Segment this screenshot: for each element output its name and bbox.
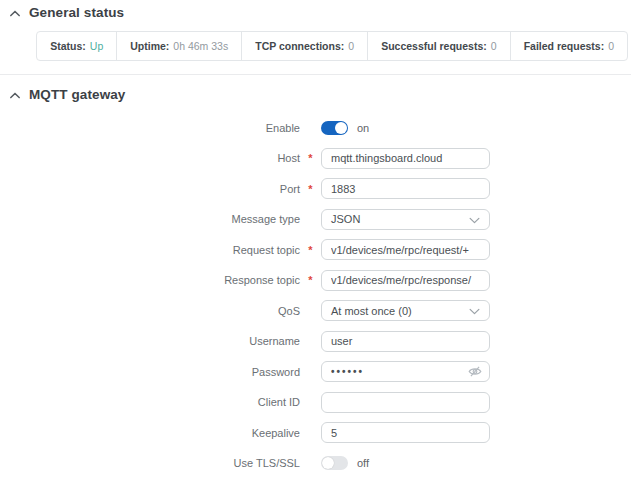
stat-value: Up (90, 40, 103, 52)
mqtt-gateway-header[interactable]: MQTT gateway (0, 75, 631, 102)
eye-slash-icon[interactable] (468, 365, 482, 378)
enable-toggle[interactable] (321, 121, 348, 135)
tls-toggle[interactable] (321, 456, 348, 470)
stat-uptime: Uptime: 0h 46m 33s (116, 32, 241, 60)
port-input[interactable] (321, 178, 490, 199)
qos-select[interactable]: At most once (0) (321, 300, 490, 321)
form-row-enable: Enable on (0, 117, 631, 138)
form-row-password: Password (0, 361, 631, 382)
username-input[interactable] (321, 331, 490, 352)
required-asterisk: * (300, 244, 321, 256)
select-value: At most once (0) (331, 305, 412, 317)
stat-label: Failed requests: (524, 40, 605, 52)
stat-value: 0 (608, 40, 614, 52)
field-label: Client ID (0, 396, 300, 408)
stat-successful-requests: Successful requests: 0 (367, 32, 509, 60)
form-row-port: Port * (0, 178, 631, 199)
field-label: Request topic (0, 244, 300, 256)
stat-value: 0h 46m 33s (173, 40, 228, 52)
keepalive-input[interactable] (321, 422, 490, 443)
form-row-host: Host * (0, 148, 631, 169)
stat-value: 0 (491, 40, 497, 52)
collapse-chevron-icon (10, 10, 20, 17)
required-asterisk: * (300, 183, 321, 195)
general-status-title: General status (29, 5, 124, 20)
field-label: Message type (0, 213, 300, 225)
field-label: Keepalive (0, 427, 300, 439)
form-row-qos: QoS At most once (0) (0, 300, 631, 321)
field-label: Password (0, 366, 300, 378)
toggle-state-label: on (357, 122, 369, 134)
mqtt-gateway-title: MQTT gateway (29, 87, 125, 102)
toggle-state-label: off (357, 457, 369, 469)
general-status-header[interactable]: General status (0, 0, 631, 20)
settings-page: General status Status: Up Uptime: 0h 46m… (0, 0, 631, 474)
stat-tcp-connections: TCP connections: 0 (241, 32, 367, 60)
field-label: Port (0, 183, 300, 195)
field-label: Host (0, 152, 300, 164)
required-asterisk: * (300, 274, 321, 286)
collapse-chevron-icon (10, 92, 20, 99)
field-label: Username (0, 335, 300, 347)
field-label: Enable (0, 122, 300, 134)
form-row-request-topic: Request topic * (0, 239, 631, 260)
form-row-message-type: Message type JSON (0, 209, 631, 230)
chevron-down-icon (469, 217, 480, 224)
form-row-username: Username (0, 331, 631, 352)
mqtt-gateway-form: Enable on Host * Port * Message type JSO… (0, 117, 631, 474)
select-value: JSON (331, 213, 360, 225)
toggle-knob (322, 457, 334, 469)
toggle-knob (335, 122, 347, 134)
stat-label: Status: (50, 40, 86, 52)
status-bar-wrap: Status: Up Uptime: 0h 46m 33s TCP connec… (0, 31, 631, 61)
stat-value: 0 (348, 40, 354, 52)
field-label: Response topic (0, 274, 300, 286)
form-row-response-topic: Response topic * (0, 270, 631, 291)
message-type-select[interactable]: JSON (321, 209, 490, 230)
host-input[interactable] (321, 148, 490, 169)
client-id-input[interactable] (321, 392, 490, 413)
field-label: Use TLS/SSL (0, 457, 300, 469)
password-field-wrap (321, 361, 490, 382)
chevron-down-icon (469, 308, 480, 315)
stat-label: TCP connections: (255, 40, 344, 52)
status-bar: Status: Up Uptime: 0h 46m 33s TCP connec… (36, 31, 628, 61)
field-label: QoS (0, 305, 300, 317)
stat-label: Uptime: (130, 40, 169, 52)
password-input[interactable] (321, 361, 490, 382)
form-row-client-id: Client ID (0, 392, 631, 413)
stat-failed-requests: Failed requests: 0 (510, 32, 627, 60)
response-topic-input[interactable] (321, 270, 490, 291)
form-row-tls: Use TLS/SSL off (0, 453, 631, 474)
form-row-keepalive: Keepalive (0, 422, 631, 443)
request-topic-input[interactable] (321, 239, 490, 260)
stat-status: Status: Up (37, 32, 116, 60)
stat-label: Successful requests: (381, 40, 487, 52)
required-asterisk: * (300, 152, 321, 164)
